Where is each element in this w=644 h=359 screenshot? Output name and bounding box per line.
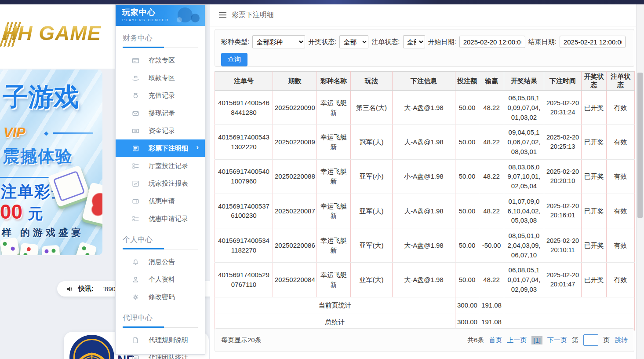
file-icon <box>132 337 139 344</box>
banner-currency: 元 <box>28 205 43 222</box>
search-button[interactable]: 查询 <box>221 53 247 66</box>
jump-button[interactable]: 跳转 <box>615 336 628 344</box>
sidebar-item-label: 存款专区 <box>149 56 175 65</box>
cell-play-type: 亚军(小) <box>351 159 393 194</box>
cell-win-loss: 48.22 <box>479 125 504 159</box>
sidebar-item-label: 提现记录 <box>149 109 175 117</box>
cell-bet-amount: 50.00 <box>455 194 479 228</box>
coupon-icon <box>132 198 139 205</box>
cell-bet-time: 2025-02-20 20:20:10 <box>544 159 582 194</box>
sidebar-item-funds-records[interactable]: 资金记录 <box>116 122 205 139</box>
cell-bet-time: 2025-02-20 20:16:01 <box>544 194 582 228</box>
news-ticker-label: 快讯: <box>78 285 94 293</box>
checklist-icon <box>132 215 139 223</box>
sidebar: 玩家中心 PLAYERS CENTER 财务中心存款专区取款专区充值记录提现记录… <box>115 4 205 355</box>
mahjong-tile-icon <box>75 242 97 255</box>
first-page-link[interactable]: 首页 <box>489 336 502 344</box>
col-header-order-status: 注单状态 <box>607 72 635 91</box>
scrollbar-thumb[interactable] <box>637 73 643 218</box>
cell-play-type: 第三名(大) <box>351 91 393 125</box>
cell-win-loss: 48.22 <box>479 159 504 194</box>
promo-banner[interactable]: 子游戏 VIP ◆ 震撼体验 注单彩金 00 元 样 的游戏盛宴 <box>0 70 102 255</box>
sidebar-item-lottery-bet-details[interactable]: 彩票下注明细› <box>116 139 205 157</box>
cell-lottery-name: 幸运飞艇新 <box>317 91 351 125</box>
sidebar-item-deposit-area[interactable]: 存款专区 <box>116 51 205 69</box>
banner-vip-row: VIP ◆ <box>4 125 93 141</box>
cell-draw-status: 已开奖 <box>582 125 607 159</box>
cell-bet-info: 大-A盘@1.98 <box>393 91 455 125</box>
summary-label: 当前页统计 <box>215 297 455 314</box>
chevron-right-icon: › <box>196 143 199 152</box>
team-logo-icon <box>69 334 115 359</box>
chart-icon <box>132 180 139 187</box>
sidebar-item-change-password[interactable]: 修改密码 <box>116 288 205 306</box>
mahjong-tile-icon <box>19 243 39 255</box>
total-count-text: 共6条 <box>467 336 484 344</box>
sidebar-item-agent-team-stats[interactable]: 代理团队统计 <box>116 349 205 359</box>
col-header-win-loss: 输赢 <box>479 72 504 91</box>
sidebar-item-withdraw-area[interactable]: 取款专区 <box>116 69 205 87</box>
start-date-label: 开始日期: <box>428 38 456 46</box>
cell-win-loss: 48.22 <box>479 91 504 125</box>
draw-status-label: 开奖状态: <box>308 38 336 46</box>
cell-order-id: 401569174005468441280 <box>215 91 273 125</box>
moneybag-icon <box>132 92 139 99</box>
envelope-icon <box>132 110 139 117</box>
end-date-input[interactable] <box>560 36 626 48</box>
col-header-bet-amount: 投注额 <box>455 72 479 91</box>
banner-vip-text: VIP <box>4 125 25 141</box>
sidebar-item-profile[interactable]: 个人资料 <box>116 271 205 288</box>
lottery-type-label: 彩种类型: <box>221 38 249 46</box>
order-status-select[interactable]: 全部 <box>403 35 425 48</box>
sidebar-item-promo-apply-records[interactable]: 优惠申请记录 <box>116 210 205 227</box>
sidebar-item-label: 代理团队统计 <box>149 354 188 359</box>
pagination-bar: 每页显示20条 共6条 首页 上一页 [1] 下一页 第 页 跳转 <box>215 328 634 352</box>
sidebar-item-messages[interactable]: 消息公告 <box>116 253 205 271</box>
table-row: 40156917400546844128020250220090幸运飞艇新第三名… <box>215 91 635 125</box>
mahjong-tile-icon <box>0 237 20 255</box>
col-header-draw-status: 开奖状态 <box>582 72 607 91</box>
col-header-draw-result: 开奖结果 <box>504 72 544 91</box>
sidebar-item-hall-bet-records[interactable]: 厅室投注记录 <box>116 157 205 175</box>
section-underline <box>123 248 198 249</box>
cash-icon <box>132 127 139 135</box>
sidebar-section-title: 代理中心 <box>123 313 198 323</box>
cell-order-id: 401569174005376100230 <box>215 194 273 228</box>
sidebar-item-agent-rules[interactable]: 代理规则说明 <box>116 331 205 349</box>
cell-draw-result: 08,05,01,02,04,03,09,06,07,10 <box>504 228 544 263</box>
banner-title: 子游戏 <box>3 80 79 114</box>
col-header-bet-info: 下注信息 <box>393 72 455 91</box>
cell-issue: 20250220087 <box>273 194 317 228</box>
cell-lottery-name: 幸运飞艇新 <box>317 125 351 159</box>
prev-page-link[interactable]: 上一页 <box>507 336 527 344</box>
jump-page-input[interactable] <box>583 334 598 346</box>
sidebar-item-recharge-records[interactable]: 充值记录 <box>116 87 205 104</box>
cell-win-loss: 48.22 <box>479 194 504 228</box>
page: HH GAME 子游戏 VIP ◆ 震撼体验 注单彩金 00 元 样 的游戏盛宴… <box>0 0 644 359</box>
sidebar-item-promo-apply[interactable]: 优惠申请 <box>116 192 205 210</box>
hand-icon <box>132 74 139 82</box>
sidebar-item-label: 厅室投注记录 <box>149 162 188 170</box>
page-title: 彩票下注明细 <box>232 11 274 20</box>
sidebar-item-withdraw-records[interactable]: 提现记录 <box>116 104 205 122</box>
start-date-input[interactable] <box>459 36 525 48</box>
col-header-issue: 期数 <box>273 72 317 91</box>
sidebar-item-label: 个人资料 <box>149 275 175 284</box>
col-header-lottery-name: 彩种名称 <box>317 72 351 91</box>
cell-bet-info: 大-A盘@1.98 <box>393 263 455 297</box>
sidebar-item-player-bet-report[interactable]: 玩家投注报表 <box>116 175 205 192</box>
summary-bet-total: 300.00 <box>455 297 479 314</box>
cell-lottery-name: 幸运飞艇新 <box>317 263 351 297</box>
cell-issue: 20250220086 <box>273 228 317 263</box>
sidebar-item-label: 消息公告 <box>149 258 175 266</box>
cell-draw-status: 已开奖 <box>582 159 607 194</box>
draw-status-select[interactable]: 全部 <box>339 35 368 48</box>
lottery-type-select[interactable]: 全部彩种 <box>252 35 305 48</box>
cell-bet-time: 2025-02-20 20:31:24 <box>544 91 582 125</box>
vertical-scrollbar[interactable] <box>636 4 644 359</box>
cell-bet-amount: 50.00 <box>455 159 479 194</box>
content-header: 彩票下注明细 <box>210 4 644 26</box>
menu-toggle-icon[interactable] <box>219 12 226 18</box>
next-page-link[interactable]: 下一页 <box>547 336 567 344</box>
brand-logo[interactable]: HH GAME <box>3 21 101 45</box>
